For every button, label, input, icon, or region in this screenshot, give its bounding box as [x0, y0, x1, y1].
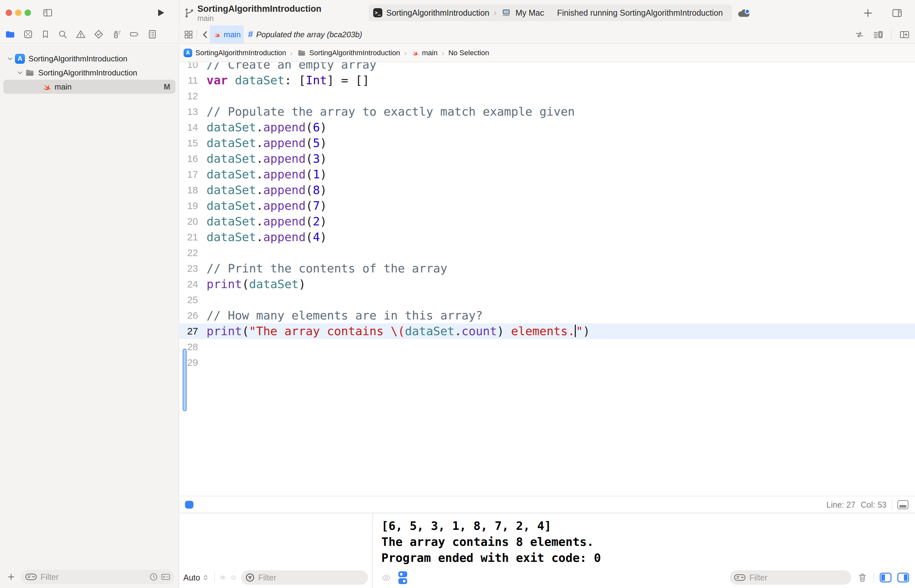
line-number[interactable]: 16	[179, 151, 198, 166]
code-line[interactable]: 17dataSet.append(1)	[179, 166, 915, 182]
editor-bottom-bar-icon[interactable]	[897, 500, 909, 509]
go-back-icon[interactable]	[200, 30, 210, 40]
test-navigator-icon[interactable]	[94, 29, 104, 40]
add-editor-icon[interactable]	[899, 29, 910, 40]
line-number[interactable]: 11	[179, 73, 198, 88]
scheme-name[interactable]: SortingAlgorithmIntroduction	[386, 8, 489, 18]
line-number[interactable]: 18	[179, 182, 198, 198]
code-line[interactable]: 12	[179, 88, 915, 104]
scope-selector-label[interactable]: Auto	[183, 573, 200, 582]
line-number[interactable]: 23	[179, 261, 198, 276]
code-line[interactable]: 13// Populate the array to exactly match…	[179, 104, 915, 120]
breakpoint-navigator-icon[interactable]	[129, 29, 140, 39]
code-line[interactable]: 18dataSet.append(8)	[179, 182, 915, 198]
code-line[interactable]: 11var dataSet: [Int] = []	[179, 73, 915, 88]
breadcrumb-item[interactable]: SortingAlgorithmIntroduction	[196, 48, 286, 57]
navigator-filter-field[interactable]	[21, 570, 175, 584]
variables-filter-input[interactable]	[257, 573, 364, 583]
line-number[interactable]: 22	[179, 245, 198, 261]
console-mode-icon[interactable]	[398, 571, 407, 584]
add-button[interactable]	[863, 8, 873, 18]
clear-console-trash-icon[interactable]	[857, 572, 868, 583]
close-window-button[interactable]	[6, 10, 12, 16]
toggle-right-sidebar-icon[interactable]	[891, 8, 903, 19]
recent-files-clock-icon[interactable]	[149, 572, 158, 582]
report-navigator-icon[interactable]	[147, 29, 157, 40]
line-number[interactable]: 25	[179, 292, 198, 308]
code-line[interactable]: 22	[179, 245, 915, 261]
tree-row[interactable]: main M	[3, 80, 176, 94]
line-number[interactable]: 14	[179, 120, 198, 135]
code-line[interactable]: 10// Create an empty array	[179, 62, 915, 73]
cloud-status-icon[interactable]	[737, 6, 752, 19]
variables-scope-selector[interactable]: Auto	[183, 573, 209, 582]
source-editor[interactable]: 10// Create an empty array11var dataSet:…	[179, 62, 915, 496]
tab-commit[interactable]: # Populated the array (bca203b)	[248, 26, 362, 44]
code-line[interactable]: 23// Print the contents of the array	[179, 261, 915, 276]
line-number[interactable]: 17	[179, 166, 198, 182]
console-eye-icon[interactable]	[381, 573, 392, 582]
info-icon[interactable]	[231, 573, 236, 582]
disclosure-chevron-icon[interactable]	[16, 69, 24, 76]
source-control-status-filter-icon[interactable]	[161, 572, 171, 582]
add-file-icon[interactable]	[6, 572, 16, 582]
line-number[interactable]: 19	[179, 198, 198, 214]
issue-navigator-icon[interactable]	[75, 29, 86, 40]
tree-row[interactable]: SortingAlgorithmIntroduction	[3, 66, 176, 80]
line-number[interactable]: 26	[179, 308, 198, 323]
tab-label[interactable]: main	[223, 30, 241, 39]
minimize-window-button[interactable]	[15, 10, 21, 16]
line-number[interactable]: 21	[179, 229, 198, 245]
toggle-left-sidebar-icon[interactable]	[42, 8, 53, 18]
run-destination[interactable]: My Mac	[515, 8, 544, 18]
zoom-window-button[interactable]	[24, 10, 31, 16]
toggle-variables-view-icon[interactable]	[880, 573, 891, 582]
code-line[interactable]: 24print(dataSet)	[179, 276, 915, 292]
console-filter-field[interactable]	[730, 570, 851, 585]
line-number[interactable]: 12	[179, 88, 198, 104]
line-number[interactable]: 15	[179, 135, 198, 151]
filter-menu-icon[interactable]	[25, 572, 37, 582]
line-number[interactable]: 20	[179, 214, 198, 229]
code-line[interactable]: 29	[179, 355, 915, 370]
disclosure-chevron-icon[interactable]	[6, 55, 15, 62]
line-number[interactable]: 24	[179, 276, 198, 292]
breadcrumb-item[interactable]: No Selection	[448, 48, 489, 57]
change-marker-indicator[interactable]	[185, 501, 194, 509]
code-line[interactable]: 26// How many elements are in this array…	[179, 308, 915, 323]
code-line[interactable]: 14dataSet.append(6)	[179, 120, 915, 135]
breadcrumb-item[interactable]: SortingAlgorithmIntroduction	[309, 48, 400, 57]
tree-row[interactable]: A SortingAlgorithmIntroduction	[3, 52, 176, 66]
editor-options-icon[interactable]	[872, 29, 884, 40]
toggle-console-view-icon[interactable]	[897, 573, 909, 582]
console-filter-menu-icon[interactable]	[734, 573, 746, 582]
bookmark-navigator-icon[interactable]	[40, 29, 50, 40]
line-number[interactable]: 29	[179, 355, 198, 370]
code-line[interactable]: 19dataSet.append(7)	[179, 198, 915, 214]
navigator-filter-input[interactable]	[40, 572, 146, 582]
source-control-change-bar[interactable]	[183, 349, 187, 411]
line-number[interactable]: 28	[179, 339, 198, 355]
code-line[interactable]: 28	[179, 339, 915, 355]
debug-console[interactable]: [6, 5, 3, 1, 8, 7, 2, 4]The array contai…	[373, 513, 915, 588]
related-items-icon[interactable]	[184, 30, 194, 40]
tab-main-swift[interactable]: main	[210, 26, 244, 44]
code-line[interactable]: 25	[179, 292, 915, 308]
scheme-selector[interactable]: >_ SortingAlgorithmIntroduction › My Mac…	[369, 4, 732, 21]
code-line[interactable]: 21dataSet.append(4)	[179, 229, 915, 245]
source-control-navigator-icon[interactable]	[23, 29, 33, 40]
project-navigator-icon[interactable]	[5, 29, 16, 40]
code-review-icon[interactable]	[854, 30, 865, 40]
breadcrumb-item[interactable]: main	[422, 48, 438, 57]
line-number[interactable]: 10	[179, 62, 198, 73]
quicklook-eye-icon[interactable]	[220, 573, 226, 582]
find-navigator-icon[interactable]	[58, 29, 68, 40]
variables-filter-field[interactable]	[241, 570, 368, 585]
run-button[interactable]	[155, 7, 166, 18]
code-line[interactable]: 15dataSet.append(5)	[179, 135, 915, 151]
code-line[interactable]: 16dataSet.append(3)	[179, 151, 915, 166]
code-line[interactable]: 20dataSet.append(2)	[179, 214, 915, 229]
commit-tab-label[interactable]: Populated the array (bca203b)	[256, 30, 362, 39]
console-filter-input[interactable]	[748, 573, 847, 583]
line-number[interactable]: 27	[179, 323, 198, 339]
